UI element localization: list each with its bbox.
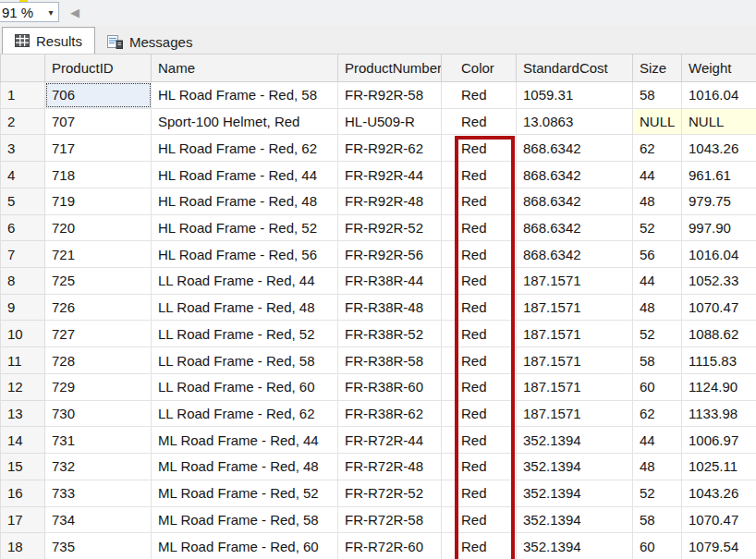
cell-size[interactable]: 52 xyxy=(633,214,682,241)
cell-name[interactable]: HL Road Frame - Red, 48 xyxy=(152,188,338,214)
cell-productnumber[interactable]: FR-R92R-62 xyxy=(338,135,442,162)
cell-standardcost[interactable]: 187.1571 xyxy=(517,294,633,321)
select-all-corner[interactable] xyxy=(1,55,45,82)
cell-name[interactable]: LL Road Frame - Red, 58 xyxy=(152,347,338,374)
cell-productid[interactable]: 731 xyxy=(45,427,152,454)
chevron-down-icon[interactable]: ▾ xyxy=(43,3,58,21)
cell-color[interactable]: Red xyxy=(442,294,517,321)
cell-weight[interactable]: 1079.54 xyxy=(682,533,756,559)
cell-productid[interactable]: 717 xyxy=(45,135,152,162)
cell-weight[interactable]: 1070.47 xyxy=(682,294,756,321)
cell-weight[interactable]: 1070.47 xyxy=(682,506,756,533)
cell-size[interactable]: 58 xyxy=(633,506,682,533)
cell-weight[interactable]: 961.61 xyxy=(682,162,756,188)
row-number[interactable]: 18 xyxy=(1,533,45,559)
cell-productnumber[interactable]: FR-R38R-48 xyxy=(338,294,442,321)
cell-size[interactable]: 48 xyxy=(633,188,682,214)
cell-weight[interactable]: 1133.98 xyxy=(682,400,756,427)
cell-size[interactable]: NULL xyxy=(633,108,682,135)
row-number[interactable]: 1 xyxy=(1,82,45,109)
cell-name[interactable]: HL Road Frame - Red, 62 xyxy=(152,135,338,162)
cell-productid[interactable]: 720 xyxy=(45,214,152,241)
cell-color[interactable]: Red xyxy=(442,427,517,454)
column-header-productid[interactable]: ProductID xyxy=(45,55,152,82)
row-number[interactable]: 5 xyxy=(1,188,45,214)
cell-color[interactable]: Red xyxy=(442,82,517,109)
cell-standardcost[interactable]: 868.6342 xyxy=(517,241,633,268)
cell-color[interactable]: Red xyxy=(442,347,517,374)
cell-name[interactable]: ML Road Frame - Red, 44 xyxy=(152,427,338,454)
cell-productid[interactable]: 718 xyxy=(45,162,152,188)
cell-weight[interactable]: 1043.26 xyxy=(682,480,756,506)
cell-name[interactable]: HL Road Frame - Red, 56 xyxy=(152,241,338,268)
row-number[interactable]: 11 xyxy=(1,347,45,374)
cell-productid[interactable]: 725 xyxy=(45,268,152,295)
cell-standardcost[interactable]: 187.1571 xyxy=(517,400,633,427)
cell-name[interactable]: LL Road Frame - Red, 44 xyxy=(152,268,338,295)
cell-productnumber[interactable]: FR-R38R-62 xyxy=(338,400,442,427)
column-header-name[interactable]: Name xyxy=(152,55,338,82)
cell-color[interactable]: Red xyxy=(442,321,517,347)
tab-messages[interactable]: Messages xyxy=(95,30,204,54)
cell-weight[interactable]: 1115.83 xyxy=(682,347,756,374)
cell-productid[interactable]: 734 xyxy=(45,506,152,533)
cell-productid[interactable]: 735 xyxy=(45,533,152,559)
cell-weight[interactable]: 997.90 xyxy=(682,214,756,241)
cell-standardcost[interactable]: 352.1394 xyxy=(517,454,633,480)
cell-weight[interactable]: 1006.97 xyxy=(682,427,756,454)
cell-weight[interactable]: 979.75 xyxy=(682,188,756,214)
cell-color[interactable]: Red xyxy=(442,480,517,506)
cell-size[interactable]: 44 xyxy=(633,427,682,454)
cell-productnumber[interactable]: FR-R92R-52 xyxy=(338,214,442,241)
cell-weight[interactable]: 1043.26 xyxy=(682,135,756,162)
cell-color[interactable]: Red xyxy=(442,241,517,268)
cell-standardcost[interactable]: 187.1571 xyxy=(517,321,633,347)
cell-name[interactable]: LL Road Frame - Red, 62 xyxy=(152,400,338,427)
cell-productnumber[interactable]: FR-R38R-52 xyxy=(338,321,442,347)
cell-productid[interactable]: 719 xyxy=(45,188,152,214)
cell-name[interactable]: HL Road Frame - Red, 52 xyxy=(152,214,338,241)
cell-standardcost[interactable]: 868.6342 xyxy=(517,188,633,214)
cell-productnumber[interactable]: FR-R38R-58 xyxy=(338,347,442,374)
cell-standardcost[interactable]: 13.0863 xyxy=(517,108,633,135)
column-header-standardcost[interactable]: StandardCost xyxy=(517,55,633,82)
row-number[interactable]: 15 xyxy=(1,454,45,480)
row-number[interactable]: 12 xyxy=(1,373,45,400)
cell-standardcost[interactable]: 352.1394 xyxy=(517,480,633,506)
cell-name[interactable]: LL Road Frame - Red, 52 xyxy=(152,321,338,347)
cell-standardcost[interactable]: 352.1394 xyxy=(517,533,633,559)
cell-standardcost[interactable]: 187.1571 xyxy=(517,268,633,295)
cell-productnumber[interactable]: HL-U509-R xyxy=(338,108,442,135)
cell-productnumber[interactable]: FR-R72R-52 xyxy=(338,480,442,506)
cell-size[interactable]: 58 xyxy=(633,347,682,374)
cell-name[interactable]: ML Road Frame - Red, 58 xyxy=(152,506,338,533)
row-number[interactable]: 6 xyxy=(1,214,45,241)
cell-standardcost[interactable]: 187.1571 xyxy=(517,373,633,400)
tab-results[interactable]: Results xyxy=(2,27,95,54)
cell-color[interactable]: Red xyxy=(442,188,517,214)
cell-color[interactable]: Red xyxy=(442,400,517,427)
cell-weight[interactable]: 1052.33 xyxy=(682,268,756,295)
cell-productnumber[interactable]: FR-R72R-44 xyxy=(338,427,442,454)
row-number[interactable]: 2 xyxy=(1,108,45,135)
cell-weight[interactable]: 1088.62 xyxy=(682,321,756,347)
cell-productid[interactable]: 727 xyxy=(45,321,152,347)
cell-productid[interactable]: 729 xyxy=(45,373,152,400)
row-number[interactable]: 16 xyxy=(1,480,45,506)
cell-productid[interactable]: 728 xyxy=(45,347,152,374)
cell-standardcost[interactable]: 1059.31 xyxy=(517,82,633,109)
cell-color[interactable]: Red xyxy=(442,135,517,162)
cell-standardcost[interactable]: 352.1394 xyxy=(517,427,633,454)
row-number[interactable]: 3 xyxy=(1,135,45,162)
cell-color[interactable]: Red xyxy=(442,108,517,135)
row-number[interactable]: 9 xyxy=(1,294,45,321)
cell-size[interactable]: 56 xyxy=(633,241,682,268)
cell-productid[interactable]: 707 xyxy=(45,108,152,135)
cell-size[interactable]: 62 xyxy=(633,135,682,162)
cell-color[interactable]: Red xyxy=(442,214,517,241)
cell-color[interactable]: Red xyxy=(442,533,517,559)
cell-name[interactable]: LL Road Frame - Red, 60 xyxy=(152,373,338,400)
cell-size[interactable]: 52 xyxy=(633,321,682,347)
cell-productnumber[interactable]: FR-R38R-44 xyxy=(338,268,442,295)
cell-productid[interactable]: 730 xyxy=(45,400,152,427)
